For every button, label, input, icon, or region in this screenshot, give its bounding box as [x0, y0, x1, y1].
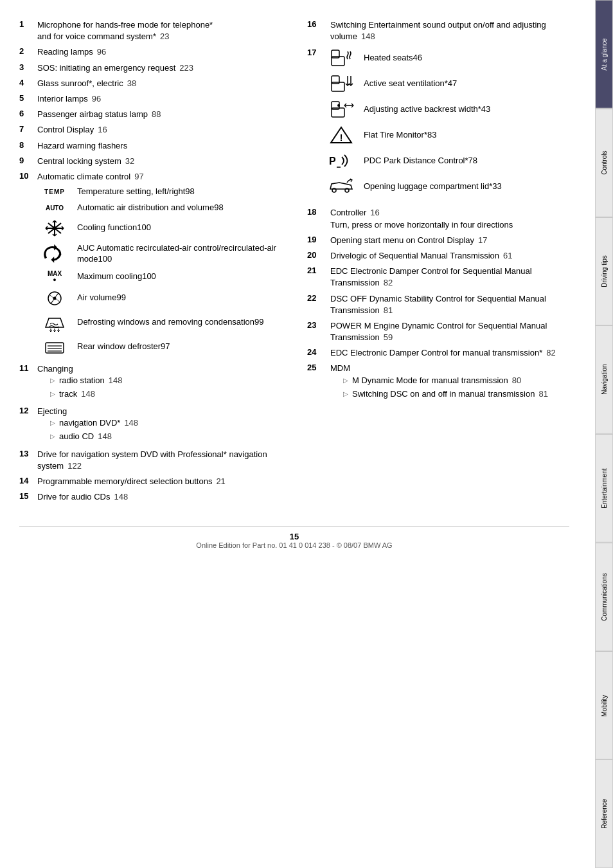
flat-tire-icon: !: [328, 125, 354, 145]
defrost-icon: [42, 313, 67, 332]
pdc-row: P PDC Park Distance Control*78: [325, 150, 502, 171]
copyright-text: Online Edition for Part no. 01 41 0 014 …: [196, 541, 392, 549]
list-item: 1 Microphone for hands-free mode for tel…: [19, 19, 281, 42]
climate-item-temp: TEMP Temperature setting, left/right98: [39, 186, 281, 197]
list-item: ▷ audio CD148: [50, 431, 281, 442]
list-item: 5 Interior lamps96: [19, 93, 281, 105]
tab-reference[interactable]: Reference: [595, 759, 613, 868]
main-content: 1 Microphone for hands-free mode for tel…: [0, 0, 595, 868]
page-footer: 15 Online Edition for Part no. 01 41 0 0…: [19, 526, 569, 549]
list-item: 19 Opening start menu on Control Display…: [307, 235, 569, 246]
auc-icon: A: [42, 244, 67, 264]
left-numbered-list: 1 Microphone for hands-free mode for tel…: [19, 19, 281, 183]
tab-controls[interactable]: Controls: [595, 109, 613, 217]
heated-seats-row: Heated seats46: [325, 48, 502, 68]
svg-point-31: [337, 104, 340, 107]
list-item: 15 Drive for audio CDs148: [19, 491, 281, 503]
changing-sub-list: ▷ radio station148 ▷ track148: [50, 375, 281, 400]
list-item: 9 Central locking system32: [19, 156, 281, 167]
climate-item-auc: A AUC Automatic recirculated-air control…: [39, 243, 281, 265]
side-tabs: At a glance Controls Driving tips Naviga…: [595, 0, 613, 868]
svg-point-15: [53, 296, 57, 300]
right-numbered-list-bottom: 18 Controller16 Turn, press or move hori…: [307, 207, 569, 402]
right-column: 16 Switching Entertainment sound output …: [307, 19, 569, 507]
list-item: 24 EDC Electronic Damper Control for man…: [307, 347, 569, 359]
list-item: 14 Programmable memory/direct selection …: [19, 476, 281, 487]
right-numbered-list-top: 16 Switching Entertainment sound output …: [307, 19, 569, 42]
two-column-layout: 1 Microphone for hands-free mode for tel…: [19, 19, 569, 507]
tab-driving-tips[interactable]: Driving tips: [595, 217, 613, 326]
list-item: ▷ track148: [50, 388, 281, 400]
list-item: ▷ M Dynamic Mode for manual transmission…: [343, 375, 569, 386]
backrest-row: Adjusting active backrest width*43: [325, 99, 502, 120]
rear-defroster-icon: [42, 338, 67, 357]
climate-item-auto: AUTO Automatic air distribution and volu…: [39, 203, 281, 213]
air-volume-icon: [42, 289, 67, 308]
active-vent-row: Active seat ventilation*47: [325, 73, 502, 94]
list-item: ▷ navigation DVD*148: [50, 417, 281, 429]
luggage-icon: [328, 176, 355, 197]
mdm-sub-list: ▷ M Dynamic Mode for manual transmission…: [343, 375, 569, 400]
list-item: 8 Hazard warning flashers: [19, 140, 281, 152]
svg-text:P: P: [329, 156, 336, 167]
climate-sub-items: TEMP Temperature setting, left/right98 A…: [39, 186, 281, 356]
list-item: 20 Drivelogic of Sequential Manual Trans…: [307, 250, 569, 262]
list-item: ▷ Switching DSC on and off in manual tra…: [343, 388, 569, 400]
snowflake-icon: [44, 219, 66, 238]
page-number: 15: [290, 532, 299, 541]
flat-tire-row: ! Flat Tire Monitor*83: [325, 125, 502, 145]
heated-seat-icon: [328, 48, 354, 68]
luggage-row: Opening luggage compartment lid*33: [325, 176, 502, 197]
list-item: 21 EDC Electronic Damper Control for Seq…: [307, 266, 569, 289]
item-17-row: 17: [307, 48, 569, 202]
climate-item-max: MAX ● Maximum cooling100: [39, 270, 281, 284]
backrest-icon: [328, 99, 354, 120]
tab-entertainment[interactable]: Entertainment: [595, 434, 613, 543]
list-item: 12 Ejecting ▷ navigation DVD*148 ▷: [19, 406, 281, 445]
list-item: 22 DSC OFF Dynamic Stability Control for…: [307, 293, 569, 316]
list-item: 25 MDM ▷ M Dynamic Mode for manual trans…: [307, 363, 569, 402]
pdc-icon: P: [328, 150, 355, 171]
list-item: ▷ radio station148: [50, 375, 281, 386]
list-item: 16 Switching Entertainment sound output …: [307, 19, 569, 42]
tab-navigation[interactable]: Navigation: [595, 325, 613, 434]
climate-item-cooling: Cooling function100: [39, 219, 281, 238]
ejecting-sub-list: ▷ navigation DVD*148 ▷ audio CD148: [50, 417, 281, 442]
list-item: 7 Control Display16: [19, 124, 281, 136]
left-numbered-list-2: 11 Changing ▷ radio station148 ▷ tr: [19, 363, 281, 503]
svg-point-4: [53, 226, 57, 230]
list-item: 10 Automatic climate control97: [19, 171, 281, 183]
climate-item-defrost: Defrosting windows and removing condensa…: [39, 313, 281, 332]
active-ventilation-icon: [328, 73, 354, 94]
item-17-icon-list: Heated seats46: [325, 48, 502, 202]
list-item: 4 Glass sunroof*, electric38: [19, 78, 281, 89]
list-item: 18 Controller16 Turn, press or move hori…: [307, 207, 569, 230]
tab-mobility[interactable]: Mobility: [595, 651, 613, 760]
climate-item-rear-defroster: Rear window defroster97: [39, 338, 281, 357]
svg-text:!: !: [340, 132, 343, 143]
list-item: 6 Passenger airbag status lamp88: [19, 109, 281, 120]
list-item: 2 Reading lamps96: [19, 46, 281, 58]
svg-text:A: A: [51, 252, 55, 257]
list-item: 3 SOS: initiating an emergency request22…: [19, 62, 281, 74]
list-item: 23 POWER M Engine Dynamic Control for Se…: [307, 320, 569, 343]
climate-item-airvolume: Air volume99: [39, 289, 281, 308]
list-item: 11 Changing ▷ radio station148 ▷ tr: [19, 363, 281, 402]
left-column: 1 Microphone for hands-free mode for tel…: [19, 19, 288, 507]
tab-communications[interactable]: Communications: [595, 543, 613, 651]
tab-at-a-glance[interactable]: At a glance: [595, 0, 613, 109]
list-item: 13 Drive for navigation system DVD with …: [19, 449, 281, 472]
page-wrapper: 1 Microphone for hands-free mode for tel…: [0, 0, 613, 868]
